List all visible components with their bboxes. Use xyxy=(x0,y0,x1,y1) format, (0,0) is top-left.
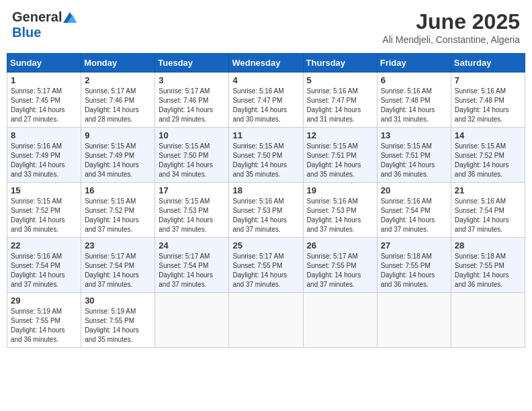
day-number: 24 xyxy=(159,240,225,250)
calendar-cell: 7 Sunrise: 5:16 AM Sunset: 7:48 PM Dayli… xyxy=(451,73,525,128)
calendar-cell: 9 Sunrise: 5:15 AM Sunset: 7:49 PM Dayli… xyxy=(81,128,155,183)
calendar-cell: 28 Sunrise: 5:18 AM Sunset: 7:55 PM Dayl… xyxy=(451,238,525,293)
weekday-header-thursday: Thursday xyxy=(303,54,377,73)
cell-content: Sunrise: 5:16 AM Sunset: 7:47 PM Dayligh… xyxy=(307,87,361,123)
weekday-header-friday: Friday xyxy=(377,54,451,73)
calendar-cell xyxy=(155,293,229,348)
cell-content: Sunrise: 5:15 AM Sunset: 7:53 PM Dayligh… xyxy=(159,197,213,233)
calendar-cell: 13 Sunrise: 5:15 AM Sunset: 7:51 PM Dayl… xyxy=(377,128,451,183)
cell-content: Sunrise: 5:16 AM Sunset: 7:53 PM Dayligh… xyxy=(232,197,287,233)
calendar-cell: 2 Sunrise: 5:17 AM Sunset: 7:46 PM Dayli… xyxy=(81,73,155,128)
cell-content: Sunrise: 5:16 AM Sunset: 7:49 PM Dayligh… xyxy=(11,142,65,178)
weekday-header-wednesday: Wednesday xyxy=(229,54,303,73)
calendar-cell: 6 Sunrise: 5:16 AM Sunset: 7:48 PM Dayli… xyxy=(377,73,451,128)
calendar-cell: 1 Sunrise: 5:17 AM Sunset: 7:45 PM Dayli… xyxy=(7,73,81,128)
logo-general-text: General xyxy=(12,9,62,25)
cell-content: Sunrise: 5:15 AM Sunset: 7:49 PM Dayligh… xyxy=(85,142,139,178)
cell-content: Sunrise: 5:19 AM Sunset: 7:55 PM Dayligh… xyxy=(85,308,139,343)
cell-content: Sunrise: 5:17 AM Sunset: 7:54 PM Dayligh… xyxy=(85,253,139,288)
calendar-table: SundayMondayTuesdayWednesdayThursdayFrid… xyxy=(7,53,525,348)
day-number: 12 xyxy=(307,130,373,140)
day-number: 2 xyxy=(85,75,151,85)
cell-content: Sunrise: 5:16 AM Sunset: 7:53 PM Dayligh… xyxy=(307,197,361,233)
day-number: 1 xyxy=(11,75,77,85)
title-block: June 2025 Ali Mendjeli, Constantine, Alg… xyxy=(382,9,520,45)
cell-content: Sunrise: 5:16 AM Sunset: 7:54 PM Dayligh… xyxy=(381,197,435,233)
calendar-cell: 26 Sunrise: 5:17 AM Sunset: 7:55 PM Dayl… xyxy=(303,238,377,293)
day-number: 18 xyxy=(232,185,299,195)
calendar-cell: 19 Sunrise: 5:16 AM Sunset: 7:53 PM Dayl… xyxy=(303,183,377,238)
cell-content: Sunrise: 5:15 AM Sunset: 7:52 PM Dayligh… xyxy=(85,197,139,233)
cell-content: Sunrise: 5:19 AM Sunset: 7:55 PM Dayligh… xyxy=(11,308,65,343)
day-number: 16 xyxy=(85,185,151,195)
calendar-cell: 18 Sunrise: 5:16 AM Sunset: 7:53 PM Dayl… xyxy=(229,183,303,238)
calendar-week-row: 15 Sunrise: 5:15 AM Sunset: 7:52 PM Dayl… xyxy=(7,183,525,238)
calendar-week-row: 29 Sunrise: 5:19 AM Sunset: 7:55 PM Dayl… xyxy=(7,293,525,348)
cell-content: Sunrise: 5:17 AM Sunset: 7:55 PM Dayligh… xyxy=(232,253,287,288)
calendar-cell: 30 Sunrise: 5:19 AM Sunset: 7:55 PM Dayl… xyxy=(81,293,155,348)
calendar-cell: 24 Sunrise: 5:17 AM Sunset: 7:54 PM Dayl… xyxy=(155,238,229,293)
calendar-cell: 10 Sunrise: 5:15 AM Sunset: 7:50 PM Dayl… xyxy=(155,128,229,183)
calendar-week-row: 1 Sunrise: 5:17 AM Sunset: 7:45 PM Dayli… xyxy=(7,73,525,128)
day-number: 23 xyxy=(85,240,151,250)
day-number: 11 xyxy=(232,130,299,140)
calendar-cell: 20 Sunrise: 5:16 AM Sunset: 7:54 PM Dayl… xyxy=(377,183,451,238)
day-number: 22 xyxy=(11,240,77,250)
day-number: 13 xyxy=(381,130,447,140)
day-number: 25 xyxy=(232,240,299,250)
day-number: 8 xyxy=(11,130,77,140)
day-number: 10 xyxy=(159,130,225,140)
logo: General Blue xyxy=(12,9,77,40)
cell-content: Sunrise: 5:16 AM Sunset: 7:48 PM Dayligh… xyxy=(455,87,509,123)
cell-content: Sunrise: 5:16 AM Sunset: 7:48 PM Dayligh… xyxy=(381,87,435,123)
calendar-cell: 21 Sunrise: 5:16 AM Sunset: 7:54 PM Dayl… xyxy=(451,183,525,238)
calendar-week-row: 8 Sunrise: 5:16 AM Sunset: 7:49 PM Dayli… xyxy=(7,128,525,183)
day-number: 26 xyxy=(307,240,373,250)
calendar-cell xyxy=(303,293,377,348)
location-text: Ali Mendjeli, Constantine, Algeria xyxy=(382,34,520,45)
calendar-cell: 8 Sunrise: 5:16 AM Sunset: 7:49 PM Dayli… xyxy=(7,128,81,183)
calendar-week-row: 22 Sunrise: 5:16 AM Sunset: 7:54 PM Dayl… xyxy=(7,238,525,293)
day-number: 15 xyxy=(11,185,77,195)
logo-blue-text: Blue xyxy=(12,25,41,40)
cell-content: Sunrise: 5:17 AM Sunset: 7:54 PM Dayligh… xyxy=(159,253,213,288)
cell-content: Sunrise: 5:15 AM Sunset: 7:52 PM Dayligh… xyxy=(455,142,509,178)
cell-content: Sunrise: 5:17 AM Sunset: 7:46 PM Dayligh… xyxy=(159,87,213,123)
cell-content: Sunrise: 5:17 AM Sunset: 7:55 PM Dayligh… xyxy=(307,253,361,288)
calendar-cell: 12 Sunrise: 5:15 AM Sunset: 7:51 PM Dayl… xyxy=(303,128,377,183)
weekday-header-row: SundayMondayTuesdayWednesdayThursdayFrid… xyxy=(7,54,525,73)
calendar-cell: 4 Sunrise: 5:16 AM Sunset: 7:47 PM Dayli… xyxy=(229,73,303,128)
day-number: 19 xyxy=(307,185,373,195)
calendar-cell: 11 Sunrise: 5:15 AM Sunset: 7:50 PM Dayl… xyxy=(229,128,303,183)
cell-content: Sunrise: 5:17 AM Sunset: 7:45 PM Dayligh… xyxy=(11,87,65,123)
cell-content: Sunrise: 5:16 AM Sunset: 7:47 PM Dayligh… xyxy=(232,87,287,123)
month-title: June 2025 xyxy=(382,9,520,34)
day-number: 6 xyxy=(381,75,447,85)
calendar-cell: 3 Sunrise: 5:17 AM Sunset: 7:46 PM Dayli… xyxy=(155,73,229,128)
cell-content: Sunrise: 5:16 AM Sunset: 7:54 PM Dayligh… xyxy=(11,253,65,288)
day-number: 7 xyxy=(455,75,521,85)
calendar-cell: 16 Sunrise: 5:15 AM Sunset: 7:52 PM Dayl… xyxy=(81,183,155,238)
day-number: 30 xyxy=(85,295,151,306)
day-number: 29 xyxy=(11,295,77,306)
cell-content: Sunrise: 5:18 AM Sunset: 7:55 PM Dayligh… xyxy=(455,253,509,288)
cell-content: Sunrise: 5:15 AM Sunset: 7:52 PM Dayligh… xyxy=(11,197,65,233)
calendar-cell: 14 Sunrise: 5:15 AM Sunset: 7:52 PM Dayl… xyxy=(451,128,525,183)
day-number: 28 xyxy=(455,240,521,250)
day-number: 27 xyxy=(381,240,447,250)
cell-content: Sunrise: 5:18 AM Sunset: 7:55 PM Dayligh… xyxy=(381,253,435,288)
day-number: 20 xyxy=(381,185,447,195)
day-number: 14 xyxy=(455,130,521,140)
cell-content: Sunrise: 5:15 AM Sunset: 7:50 PM Dayligh… xyxy=(159,142,213,178)
calendar-cell xyxy=(451,293,525,348)
weekday-header-sunday: Sunday xyxy=(7,54,81,73)
weekday-header-saturday: Saturday xyxy=(451,54,525,73)
cell-content: Sunrise: 5:15 AM Sunset: 7:51 PM Dayligh… xyxy=(307,142,361,178)
cell-content: Sunrise: 5:17 AM Sunset: 7:46 PM Dayligh… xyxy=(85,87,139,123)
calendar-cell xyxy=(377,293,451,348)
calendar-cell: 25 Sunrise: 5:17 AM Sunset: 7:55 PM Dayl… xyxy=(229,238,303,293)
calendar-cell: 17 Sunrise: 5:15 AM Sunset: 7:53 PM Dayl… xyxy=(155,183,229,238)
calendar-cell: 15 Sunrise: 5:15 AM Sunset: 7:52 PM Dayl… xyxy=(7,183,81,238)
calendar-cell: 22 Sunrise: 5:16 AM Sunset: 7:54 PM Dayl… xyxy=(7,238,81,293)
weekday-header-tuesday: Tuesday xyxy=(155,54,229,73)
